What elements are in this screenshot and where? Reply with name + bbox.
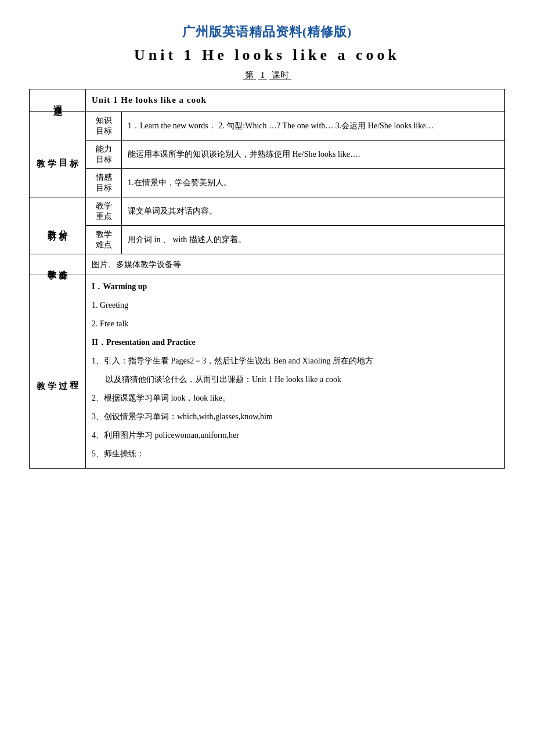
process-item-10: 5、师生操练： — [92, 446, 499, 462]
process-item-5: 1、引入：指导学生看 Pages2－3，然后让学生说出 Ben and Xiao… — [92, 353, 499, 369]
lesson-number-line: 第 1 课时 — [29, 70, 505, 81]
table-row-jiaoxue-mubiao-1: 教学目标 知识目标 1．Learn the new words． 2. 句型:W… — [30, 111, 505, 140]
table-row-jiaoxue-zhunbei: 教学准备 图片、多媒体教学设备等 — [30, 254, 505, 275]
content-ketai: Unit 1 He looks like a cook — [86, 89, 505, 112]
label-jiaoxue-mubiao: 教学目标 — [30, 111, 86, 197]
process-item-1: I．Warming up — [92, 279, 499, 295]
process-item-4: II．Presentation and Practice — [92, 334, 499, 351]
label-ketai: 课题 — [30, 89, 86, 112]
lesson-label: 第 — [243, 70, 256, 80]
process-item-8: 3、创设情景学习单词：which,with,glasses,know,him — [92, 409, 499, 425]
content-zhishi: 1．Learn the new words． 2. 句型:Which …? Th… — [122, 111, 505, 140]
content-nengli: 能运用本课所学的知识谈论别人，并熟练使用 He/She looks like…. — [122, 140, 505, 168]
main-table: 课题 Unit 1 He looks like a cook 教学目标 知识目标… — [29, 89, 505, 469]
content-zhunbei: 图片、多媒体教学设备等 — [86, 254, 505, 275]
content-nandian: 用介词 in 、 with 描述人的穿着。 — [122, 225, 505, 254]
table-row-jiaocai-1: 教材分析 教学重点 课文单词及其对话内容。 — [30, 197, 505, 225]
label-guocheng: 教学过程 — [30, 275, 86, 469]
sublabel-zhongdian: 教学重点 — [86, 197, 122, 225]
process-item-9: 4、利用图片学习 policewoman,uniform,her — [92, 427, 499, 444]
table-row-jiaoxue-mubiao-3: 情感目标 1.在情景中，学会赞美别人。 — [30, 168, 505, 197]
sublabel-qinggan: 情感目标 — [86, 168, 122, 197]
content-qinggan: 1.在情景中，学会赞美别人。 — [122, 168, 505, 197]
process-item-2: 1. Greeting — [92, 297, 499, 314]
content-zhongdian: 课文单词及其对话内容。 — [122, 197, 505, 225]
process-item-6: 以及猜猜他们谈论什么，从而引出课题：Unit 1 He looks like a… — [92, 372, 499, 388]
lesson-number-value: 1 — [258, 70, 268, 80]
sublabel-zhishi: 知识目标 — [86, 111, 122, 140]
label-jiaocai: 教材分析 — [30, 197, 86, 254]
label-zhunbei: 教学准备 — [30, 254, 86, 275]
page-title: 广州版英语精品资料(精修版) — [29, 23, 505, 41]
sublabel-nengli: 能力目标 — [86, 140, 122, 168]
process-item-7: 2、根据课题学习单词 look，look like。 — [92, 390, 499, 406]
table-row-jiaoxue-mubiao-2: 能力目标 能运用本课所学的知识谈论别人，并熟练使用 He/She looks l… — [30, 140, 505, 168]
process-item-3: 2. Free talk — [92, 316, 499, 332]
content-guocheng: I．Warming up 1. Greeting 2. Free talk II… — [86, 275, 505, 469]
lesson-suffix: 课时 — [269, 70, 291, 80]
unit-title: Unit 1 He looks like a cook — [29, 46, 505, 64]
table-row-ketai: 课题 Unit 1 He looks like a cook — [30, 89, 505, 112]
table-row-jiaoxue-guocheng: 教学过程 I．Warming up 1. Greeting 2. Free ta… — [30, 275, 505, 469]
table-row-jiaocai-2: 教学难点 用介词 in 、 with 描述人的穿着。 — [30, 225, 505, 254]
sublabel-nandian: 教学难点 — [86, 225, 122, 254]
